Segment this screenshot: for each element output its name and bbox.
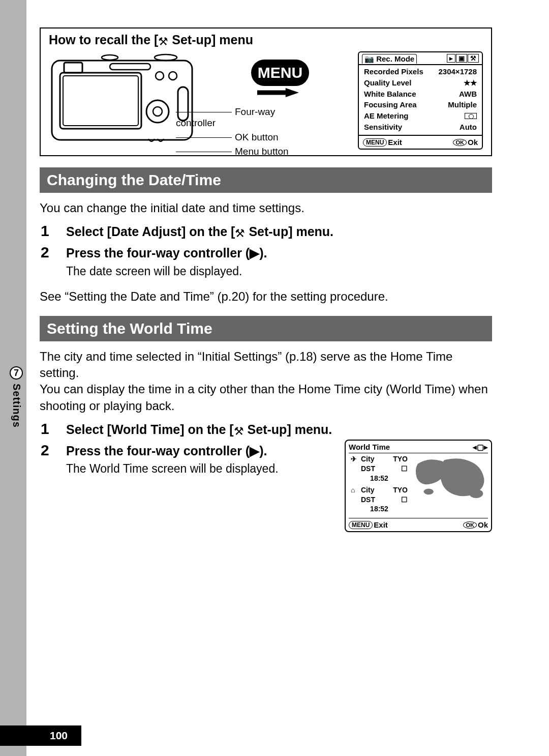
- recall-title-pre: How to recall the [: [49, 33, 158, 47]
- svg-point-5: [153, 107, 162, 116]
- tab-playback-icon: ▸: [447, 54, 455, 63]
- svg-rect-1: [60, 73, 141, 129]
- menu-val-quality: ★★: [464, 77, 477, 89]
- section-heading-datetime: Changing the Date/Time: [40, 167, 492, 193]
- section1-intro: You can change the initial date and time…: [40, 200, 492, 216]
- house-icon: ⌂: [351, 485, 361, 495]
- recall-setup-box: How to recall the [⚒ Set-up] menu: [40, 27, 492, 156]
- menu-footer-exit: MENUExit: [363, 138, 402, 147]
- camera-diagram: MENU Four-way controller OK button Menu …: [49, 51, 303, 150]
- svg-point-14: [423, 488, 433, 495]
- menu-key-focus: Focusing Area: [364, 99, 417, 110]
- menu-key-wb: White Balance: [364, 89, 416, 100]
- section2-steps: 1 Select [World Time] on the [⚒ Set-up] …: [41, 420, 492, 532]
- step-number: 2: [41, 442, 52, 532]
- wt-dst-label2: DST: [351, 495, 375, 505]
- wt-home-group: ⌂CityTYO DST☐ 18:52: [349, 485, 410, 514]
- wt-dest-city: TYO: [393, 454, 408, 464]
- step-number: 1: [41, 420, 52, 440]
- svg-point-10: [156, 72, 164, 80]
- svg-point-7: [102, 55, 118, 60]
- step-number: 1: [41, 222, 52, 242]
- svg-point-13: [469, 489, 483, 498]
- rec-mode-menu-screen: 📷 Rec. Mode ▸ ▣ ⚒ Recorded Pixels2304×17…: [358, 51, 483, 150]
- wt-step2-title: Press the four-way controller (▶).: [66, 442, 337, 460]
- step2-sub: The date screen will be displayed.: [66, 265, 492, 278]
- arrow-right-icon: [257, 88, 299, 97]
- checkbox-icon: ☐: [401, 464, 408, 474]
- recall-title: How to recall the [⚒ Set-up] menu: [49, 33, 483, 48]
- wt-toggle-icon: ◂▢▸: [473, 443, 488, 452]
- menu-val-focus: Multiple: [448, 99, 477, 110]
- svg-rect-9: [110, 64, 150, 70]
- page-number-box: [0, 725, 81, 746]
- section2-intro: The city and time selected in “Initial S…: [40, 348, 492, 415]
- checkbox-icon: ☐: [401, 495, 408, 505]
- wt-dst-label: DST: [351, 464, 375, 474]
- rec-mode-menu-body: Recorded Pixels2304×1728 Quality Level★★…: [359, 65, 482, 135]
- chapter-label: Settings: [11, 384, 22, 428]
- menu-val-ae: [465, 110, 477, 122]
- section1-reference: See “Setting the Date and Time” (p.20) f…: [40, 289, 492, 304]
- airplane-icon: ✈: [351, 454, 361, 464]
- world-time-screen: World Time ◂▢▸ ✈CityTYO DST☐ 18:52 ⌂City…: [345, 440, 492, 532]
- menu-val-sens: Auto: [460, 122, 477, 133]
- wt-home-time: 18:52: [349, 504, 410, 514]
- menu-footer-ok: OKOk: [453, 138, 478, 147]
- tab-rec-mode: 📷 Rec. Mode: [362, 54, 417, 64]
- menu-key-quality: Quality Level: [364, 77, 411, 89]
- setup-tools-icon: ⚒: [158, 35, 168, 48]
- camera-icon: [49, 51, 196, 148]
- setup-tools-icon: ⚒: [235, 225, 245, 242]
- svg-point-6: [155, 54, 177, 61]
- menu-val-wb: AWB: [459, 89, 477, 100]
- wt-footer-exit: MENUExit: [349, 520, 388, 529]
- menu-word: MENU: [258, 64, 302, 81]
- page-content: How to recall the [⚒ Set-up] menu: [40, 27, 492, 534]
- page-number: 100: [50, 730, 68, 742]
- tab-play-icon: ▣: [456, 54, 467, 63]
- svg-point-11: [169, 72, 177, 80]
- menu-button-graphic: MENU: [250, 59, 310, 87]
- menu-key-pixels: Recorded Pixels: [364, 66, 423, 77]
- step-number: 2: [41, 244, 52, 278]
- world-map-icon: [414, 454, 488, 503]
- wt-step1-title: Select [World Time] on the [⚒ Set-up] me…: [66, 420, 492, 440]
- metering-icon: [465, 113, 477, 119]
- chapter-number-circle: 7: [10, 366, 23, 380]
- setup-tools-icon: ⚒: [234, 423, 244, 440]
- section-heading-worldtime: Setting the World Time: [40, 316, 492, 341]
- wt-title: World Time: [349, 443, 390, 451]
- step1-title: Select [Date Adjust] on the [⚒ Set-up] m…: [66, 222, 492, 242]
- recall-title-post: Set-up] menu: [168, 33, 253, 47]
- tab-setup-icon: ⚒: [468, 54, 479, 63]
- wt-step2-sub: The World Time screen will be displayed.: [66, 462, 337, 476]
- wt-home-city: TYO: [393, 485, 408, 495]
- step2-title: Press the four-way controller (▶).: [66, 244, 492, 262]
- wt-footer-ok: OKOk: [463, 520, 488, 529]
- svg-rect-3: [64, 63, 82, 73]
- section1-steps: 1 Select [Date Adjust] on the [⚒ Set-up]…: [41, 222, 492, 278]
- label-menu: Menu button: [176, 146, 303, 157]
- menu-val-pixels: 2304×1728: [439, 66, 477, 77]
- label-fourway: Four-way controller: [176, 106, 303, 129]
- menu-key-sens: Sensitivity: [364, 122, 402, 133]
- svg-rect-2: [63, 76, 138, 126]
- wt-dest-time: 18:52: [349, 474, 410, 483]
- label-ok: OK button: [176, 132, 303, 143]
- svg-point-4: [146, 100, 169, 123]
- wt-destination-group: ✈CityTYO DST☐ 18:52: [349, 454, 410, 483]
- menu-key-ae: AE Metering: [364, 110, 409, 122]
- side-tab: 7 Settings: [7, 366, 25, 428]
